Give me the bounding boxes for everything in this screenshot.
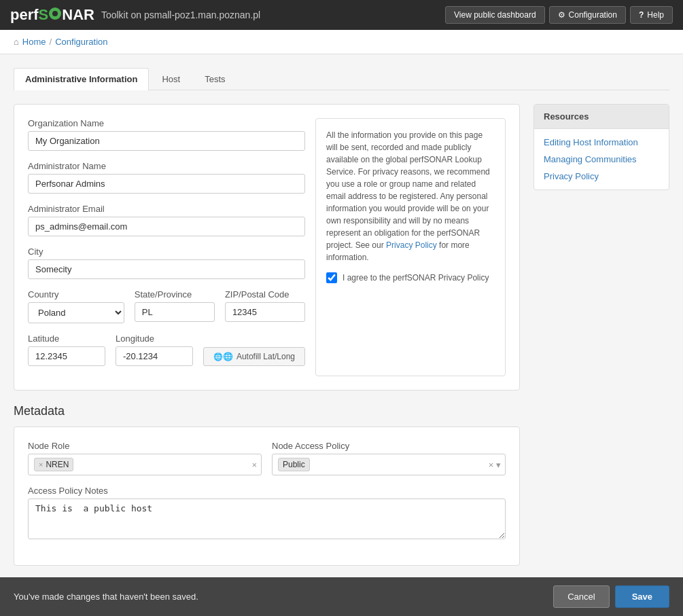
autofill-button[interactable]: 🌐 Autofill Lat/Long [203, 347, 305, 366]
metadata-form-card: Node Role × NREN × Node Access Policy [14, 427, 520, 566]
state-group: State/Province [135, 289, 215, 323]
privacy-checkbox-row: I agree to the perfSONAR Privacy Policy [326, 272, 495, 284]
footer-buttons: Cancel Save [553, 585, 669, 608]
admin-email-group: Administrator Email [28, 204, 305, 236]
admin-email-label: Administrator Email [28, 204, 305, 214]
metadata-row: Node Role × NREN × Node Access Policy [28, 441, 506, 475]
privacy-checkbox[interactable] [326, 272, 337, 283]
country-state-zip-row: Country Poland State/Province ZIP/Posta [28, 289, 305, 333]
content-sidebar: Resources Editing Host Information Manag… [533, 104, 669, 616]
header-subtitle: Toolkit on psmall-poz1.man.poznan.pl [101, 10, 260, 20]
main-content: Administrative Information Host Tests Or… [0, 54, 683, 616]
longitude-label: Longitude [116, 333, 193, 344]
save-button[interactable]: Save [615, 585, 669, 608]
footer-message: You've made changes that haven't been sa… [14, 592, 198, 602]
node-role-col: Node Role × NREN × [28, 441, 262, 475]
privacy-checkbox-label: I agree to the perfSONAR Privacy Policy [343, 272, 489, 284]
home-icon [14, 37, 19, 47]
resources-link-privacy[interactable]: Privacy Policy [544, 171, 659, 181]
resources-link-communities[interactable]: Managing Communities [544, 154, 659, 164]
help-button[interactable]: Help [630, 6, 673, 24]
zip-input[interactable] [225, 302, 305, 322]
access-notes-group: Access Policy Notes [28, 486, 506, 541]
node-access-tag: Public [278, 458, 310, 471]
node-access-select[interactable]: Public × ▾ [272, 454, 506, 475]
access-notes-label: Access Policy Notes [28, 486, 506, 496]
longitude-group: Longitude [116, 333, 193, 366]
breadcrumb-separator: / [50, 37, 52, 47]
resources-header: Resources [534, 105, 669, 129]
resources-link-editing[interactable]: Editing Host Information [544, 137, 659, 147]
node-access-clear-icon[interactable]: × ▾ [489, 460, 501, 470]
tag-close-icon[interactable]: × [39, 460, 43, 469]
org-name-group: Organization Name [28, 118, 305, 151]
cancel-button[interactable]: Cancel [553, 585, 609, 608]
country-label: Country [28, 289, 124, 300]
node-access-col: Node Access Policy Public × ▾ [272, 441, 506, 475]
access-notes-textarea[interactable] [28, 499, 506, 539]
top-form: Organization Name Administrator Name Adm… [28, 118, 305, 376]
latlong-row: Latitude Longitude 🌐 Autofill Lat/Long [28, 333, 305, 376]
logo: perfSNAR [10, 6, 94, 24]
tabs: Administrative Information Host Tests [14, 68, 669, 90]
breadcrumb-home-link[interactable]: Home [22, 37, 46, 47]
zip-label: ZIP/Postal Code [225, 289, 305, 300]
node-role-label: Node Role [28, 441, 262, 451]
admin-form-card: Organization Name Administrator Name Adm… [14, 104, 520, 391]
admin-name-input[interactable] [28, 174, 305, 194]
admin-email-input[interactable] [28, 217, 305, 236]
admin-name-label: Administrator Name [28, 161, 305, 171]
metadata-section: Metadata Node Role × NREN × [14, 404, 520, 566]
globe-icon: 🌐 [213, 352, 233, 361]
city-input[interactable] [28, 259, 305, 279]
state-input[interactable] [135, 302, 215, 322]
tab-tests[interactable]: Tests [193, 68, 237, 90]
breadcrumb-current-link[interactable]: Configuration [55, 37, 107, 47]
footer-bar: You've made changes that haven't been sa… [0, 577, 683, 616]
zip-group: ZIP/Postal Code [225, 289, 305, 323]
country-group: Country Poland [28, 289, 124, 323]
tag-select-clear-icon[interactable]: × [251, 460, 257, 470]
longitude-input[interactable] [116, 346, 193, 366]
question-icon [639, 10, 644, 20]
org-name-input[interactable] [28, 131, 305, 151]
node-role-tag: × NREN [34, 458, 73, 471]
gear-icon [558, 10, 565, 20]
privacy-notice: All the information you provide on this … [315, 118, 506, 376]
metadata-title: Metadata [14, 404, 520, 418]
city-group: City [28, 247, 305, 279]
latitude-label: Latitude [28, 333, 105, 344]
latitude-group: Latitude [28, 333, 105, 366]
configuration-button[interactable]: Configuration [549, 6, 626, 24]
privacy-policy-link-inline[interactable]: Privacy Policy [386, 240, 437, 250]
header-right: View public dashboard Configuration Help [445, 6, 673, 24]
top-section: Organization Name Administrator Name Adm… [28, 118, 506, 376]
view-dashboard-button[interactable]: View public dashboard [445, 6, 545, 24]
resources-card: Resources Editing Host Information Manag… [533, 104, 669, 190]
tab-host[interactable]: Host [150, 68, 192, 90]
node-role-select[interactable]: × NREN × [28, 454, 262, 475]
admin-name-group: Administrator Name [28, 161, 305, 194]
breadcrumb: Home / Configuration [0, 30, 683, 54]
content-main: Organization Name Administrator Name Adm… [14, 104, 520, 616]
latitude-input[interactable] [28, 346, 105, 366]
country-select[interactable]: Poland [28, 302, 124, 323]
tab-administrative[interactable]: Administrative Information [14, 68, 149, 90]
header: perfSNAR Toolkit on psmall-poz1.man.pozn… [0, 0, 683, 30]
resources-links: Editing Host Information Managing Commun… [534, 129, 669, 189]
city-label: City [28, 247, 305, 257]
node-access-label: Node Access Policy [272, 441, 506, 451]
state-label: State/Province [135, 289, 215, 300]
content-layout: Organization Name Administrator Name Adm… [14, 104, 669, 616]
org-name-label: Organization Name [28, 118, 305, 128]
header-left: perfSNAR Toolkit on psmall-poz1.man.pozn… [10, 6, 260, 24]
